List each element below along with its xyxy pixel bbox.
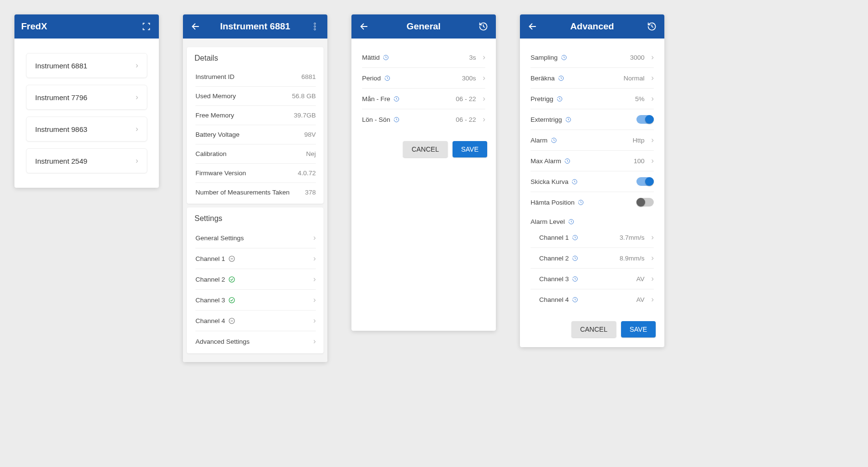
general-row[interactable]: Period 300s›: [362, 68, 485, 89]
status-neutral-icon: [228, 317, 236, 324]
history-icon: [564, 157, 571, 164]
settings-row[interactable]: Channel 2 ›: [195, 269, 316, 290]
detail-value: 6881: [301, 73, 316, 80]
save-button[interactable]: SAVE: [621, 321, 656, 337]
detail-value: 98V: [304, 131, 316, 138]
advanced-row[interactable]: Max Alarm 100›: [531, 151, 654, 171]
row-label: Sampling: [531, 54, 557, 61]
settings-card: Settings General Settings ›Channel 1 ›Ch…: [187, 208, 324, 353]
more-icon[interactable]: [309, 21, 321, 32]
back-icon[interactable]: [527, 21, 538, 32]
settings-row[interactable]: Channel 4 ›: [195, 311, 316, 331]
settings-row[interactable]: Advanced Settings ›: [195, 331, 316, 351]
svg-point-4: [229, 276, 234, 282]
cancel-button[interactable]: CANCEL: [571, 321, 616, 337]
page-title: General: [376, 21, 471, 32]
chevron-right-icon: ›: [651, 94, 654, 103]
row-label: Mättid: [362, 54, 380, 61]
row-value: Http: [633, 137, 645, 144]
history-icon: [383, 54, 389, 61]
row-label: Alarm: [531, 137, 547, 144]
instrument-label: Instrument 7796: [35, 93, 87, 102]
status-ok-icon: [228, 275, 236, 283]
settings-row[interactable]: Channel 1 ›: [195, 248, 316, 269]
row-label: Channel 4: [539, 296, 569, 303]
history-icon: [565, 116, 571, 123]
restore-icon[interactable]: [478, 21, 489, 32]
screen-instrument-list: FredX Instrument 6881›Instrument 7796›In…: [14, 14, 159, 188]
history-icon: [572, 296, 579, 303]
settings-row[interactable]: General Settings ›: [195, 228, 316, 248]
advanced-row[interactable]: Sampling 3000›: [531, 47, 654, 68]
chevron-right-icon: ›: [313, 275, 316, 284]
chevron-right-icon: ›: [651, 233, 654, 242]
row-label: Hämta Position: [531, 199, 575, 206]
screen-advanced: Advanced Sampling 3000›Beräkna Normal›Pr…: [520, 14, 664, 347]
chevron-right-icon: ›: [483, 53, 485, 62]
settings-label: General Settings: [195, 234, 307, 242]
history-icon: [572, 234, 579, 241]
detail-row: CalibrationNej: [195, 144, 316, 164]
alarm-level-row[interactable]: Channel 4 AV›: [531, 289, 654, 310]
svg-point-5: [229, 297, 234, 302]
detail-value: 39.7GB: [294, 112, 316, 119]
toggle-switch[interactable]: [636, 198, 654, 207]
instrument-label: Instrument 6881: [35, 62, 87, 70]
toggle-switch[interactable]: [636, 177, 654, 186]
chevron-right-icon: ›: [483, 74, 485, 82]
detail-label: Number of Measurements Taken: [195, 189, 301, 196]
restore-icon[interactable]: [646, 21, 658, 32]
chevron-right-icon: ›: [136, 61, 138, 70]
svg-point-2: [314, 28, 315, 30]
row-label: Channel 3: [539, 275, 569, 283]
settings-row[interactable]: Channel 3 ›: [195, 290, 316, 311]
alarm-level-row[interactable]: Channel 3 AV›: [531, 269, 654, 289]
screen-general: General Mättid 3s›Period 300s›Mån - Fre …: [351, 14, 496, 331]
row-value: 06 - 22: [456, 95, 476, 103]
instrument-card[interactable]: Instrument 7796›: [26, 85, 147, 110]
history-icon: [572, 275, 579, 282]
details-card: Details Instrument ID6881Used Memory56.8…: [187, 47, 324, 204]
instrument-card[interactable]: Instrument 2549›: [26, 148, 147, 173]
chevron-right-icon: ›: [483, 115, 485, 124]
scan-icon[interactable]: [141, 21, 152, 32]
row-label: Max Alarm: [531, 157, 561, 165]
back-icon[interactable]: [358, 21, 370, 32]
instrument-card[interactable]: Instrument 9863›: [26, 117, 147, 142]
save-button[interactable]: SAVE: [453, 141, 487, 157]
details-title: Details: [194, 54, 316, 63]
history-icon: [578, 199, 584, 206]
detail-label: Battery Voltage: [195, 131, 300, 138]
cancel-button[interactable]: CANCEL: [403, 141, 448, 157]
advanced-row: Externtrigg: [531, 109, 654, 130]
advanced-row[interactable]: Beräkna Normal›: [531, 68, 654, 89]
general-row[interactable]: Lön - Sön 06 - 22›: [362, 109, 485, 130]
advanced-row[interactable]: Pretrigg 5%›: [531, 89, 654, 109]
content: Details Instrument ID6881Used Memory56.8…: [183, 39, 327, 362]
detail-row: Number of Measurements Taken378: [195, 183, 316, 202]
status-neutral-icon: [228, 255, 236, 262]
detail-row: Firmware Version4.0.72: [195, 164, 316, 183]
chevron-right-icon: ›: [651, 74, 654, 82]
content: Mättid 3s›Period 300s›Mån - Fre 06 - 22›…: [351, 39, 496, 131]
back-icon[interactable]: [190, 21, 201, 32]
row-label: Mån - Fre: [362, 95, 390, 103]
alarm-level-row[interactable]: Channel 1 3.7mm/s›: [531, 227, 654, 248]
chevron-right-icon: ›: [651, 53, 654, 62]
chevron-right-icon: ›: [651, 295, 654, 304]
row-value: 3000: [630, 54, 645, 61]
history-icon: [393, 116, 400, 123]
instrument-label: Instrument 2549: [35, 157, 87, 165]
appbar: FredX: [14, 14, 159, 39]
instrument-card[interactable]: Instrument 6881›: [26, 53, 147, 78]
general-row[interactable]: Mättid 3s›: [362, 47, 485, 68]
history-icon: [572, 255, 579, 261]
row-label: Beräkna: [531, 75, 555, 82]
svg-point-1: [314, 26, 315, 27]
toggle-switch[interactable]: [636, 115, 654, 124]
general-row[interactable]: Mån - Fre 06 - 22›: [362, 89, 485, 109]
alarm-level-row[interactable]: Channel 2 8.9mm/s›: [531, 248, 654, 269]
detail-row: Battery Voltage98V: [195, 125, 316, 144]
advanced-row[interactable]: Alarm Http›: [531, 130, 654, 151]
row-label: Lön - Sön: [362, 116, 390, 123]
